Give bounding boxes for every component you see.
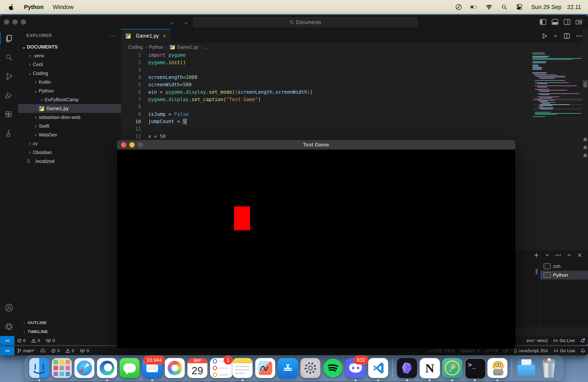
dock-item-downloads[interactable] bbox=[516, 358, 536, 378]
dock-item-launchpad[interactable] bbox=[52, 358, 72, 378]
dock-item-notion[interactable]: N bbox=[420, 358, 440, 378]
status-item-belldot[interactable] bbox=[578, 336, 588, 345]
menu-clock[interactable]: Sun 29 Sep 22.11 bbox=[531, 4, 581, 10]
dock-item-freeform[interactable] bbox=[255, 358, 275, 378]
status-item-0[interactable]: 0 bbox=[63, 346, 77, 355]
run-python-file-icon[interactable] bbox=[541, 33, 547, 39]
dock-item-emulator[interactable] bbox=[487, 358, 507, 378]
code-line-9[interactable]: 9isJump = False bbox=[121, 111, 532, 118]
code-line-12[interactable]: 12x = 50 bbox=[121, 133, 532, 140]
code-line-4[interactable]: 4screenLength=1000 bbox=[121, 74, 532, 81]
dock-item-terminal[interactable]: >_ bbox=[465, 358, 485, 378]
toggle-panel-icon[interactable] bbox=[552, 19, 558, 25]
window-traffic-lights[interactable] bbox=[0, 19, 26, 25]
dock-item-forkgram[interactable] bbox=[442, 358, 462, 378]
toggle-secondary-sidebar-icon[interactable] bbox=[564, 19, 570, 25]
dock-item-calendar[interactable]: SEP29 bbox=[188, 358, 207, 378]
sidebar-item-run-debug[interactable] bbox=[0, 86, 18, 105]
code-line-3[interactable]: 3 bbox=[121, 66, 532, 74]
code-line-1[interactable]: 1import pygame bbox=[121, 51, 532, 59]
explorer-actions-icon[interactable]: ··· bbox=[109, 32, 116, 39]
status-item-0[interactable]: 0 bbox=[28, 336, 43, 345]
tree-item-coding[interactable]: ⌄Coding bbox=[18, 69, 121, 78]
code-line-7[interactable]: 7pygame.display.set_caption("Test Game") bbox=[121, 96, 532, 103]
control-center-icon[interactable] bbox=[516, 4, 523, 10]
status-item-env-venv-[interactable]: env': venv) bbox=[524, 336, 550, 345]
breadcrumb-item[interactable]: Game1.py bbox=[177, 45, 198, 50]
breadcrumb-item[interactable]: Python bbox=[149, 45, 163, 50]
minimap[interactable] bbox=[532, 52, 582, 117]
dock-item-photos[interactable] bbox=[165, 358, 185, 378]
terminal-tab-zsh[interactable]: >_zsh bbox=[541, 262, 588, 271]
tree-item-certi[interactable]: ›Certi bbox=[18, 60, 121, 69]
dock-item-settings[interactable] bbox=[300, 358, 320, 378]
status-item-main-[interactable]: main* bbox=[14, 346, 37, 355]
tree-item-sebastian-dion-web[interactable]: ›sebastian-dion-web bbox=[18, 113, 121, 122]
tree-item-python[interactable]: ⌄Python bbox=[18, 87, 121, 95]
dock-item-app-store[interactable] bbox=[278, 358, 298, 378]
close-panel-icon[interactable] bbox=[577, 253, 582, 258]
tree-item--localized[interactable]: ☰.localized bbox=[18, 157, 121, 166]
dock-item-spotify[interactable] bbox=[323, 358, 343, 378]
dock-item-vscode[interactable] bbox=[368, 358, 388, 378]
tree-item--venv[interactable]: ›.venv bbox=[18, 51, 121, 60]
code-line-8[interactable]: 8 bbox=[121, 103, 532, 111]
terminal-list-scrollbar[interactable] bbox=[536, 269, 538, 274]
status-item-0[interactable]: 0 bbox=[48, 346, 63, 355]
settings-button[interactable] bbox=[0, 317, 18, 336]
launch-profile-icon[interactable] bbox=[545, 254, 549, 257]
tree-item-expybootcamp[interactable]: ›ExPyBootCamp bbox=[18, 95, 121, 104]
zoom-window-button[interactable] bbox=[21, 19, 26, 25]
minimize-window-button[interactable] bbox=[12, 19, 18, 25]
sidebar-item-source-control[interactable] bbox=[0, 67, 18, 86]
more-actions-icon[interactable] bbox=[576, 35, 582, 37]
rocket-circle-icon[interactable] bbox=[455, 4, 462, 10]
nav-forward-icon[interactable]: → bbox=[182, 18, 189, 26]
status-item-0[interactable]: 0 bbox=[43, 336, 58, 345]
spotlight-icon[interactable] bbox=[501, 4, 508, 10]
new-terminal-icon[interactable] bbox=[534, 252, 539, 258]
dock-item-edge[interactable] bbox=[97, 358, 117, 378]
status-item-go-live[interactable]: Go Live bbox=[551, 346, 578, 355]
status-item-go-live[interactable]: Go Live bbox=[550, 336, 578, 345]
tab-game1py[interactable]: Game1.py × bbox=[121, 29, 171, 43]
run-dropdown-icon[interactable] bbox=[554, 35, 558, 37]
tree-item-cv[interactable]: ›cv bbox=[18, 139, 121, 148]
tree-item-swift[interactable]: ›Swift bbox=[18, 122, 121, 131]
terminal-tab-python[interactable]: >_Python bbox=[541, 271, 588, 280]
outline-section[interactable]: ›OUTLINE bbox=[18, 318, 121, 327]
code-line-5[interactable]: 5screenWidth=500 bbox=[121, 81, 532, 88]
sidebar-item-explorer[interactable] bbox=[0, 29, 18, 48]
customize-layout-icon[interactable] bbox=[576, 19, 582, 25]
status-item-bell[interactable] bbox=[578, 346, 588, 355]
battery-icon[interactable] bbox=[470, 4, 477, 10]
command-center-search[interactable]: Documents bbox=[193, 17, 417, 27]
toggle-primary-sidebar-icon[interactable] bbox=[540, 19, 546, 25]
menu-app-name[interactable]: Python bbox=[24, 4, 43, 10]
close-window-button[interactable] bbox=[4, 19, 9, 25]
dock-item-notes[interactable] bbox=[232, 358, 252, 378]
dock-item-safari[interactable] bbox=[74, 358, 94, 378]
dock-item-finder[interactable] bbox=[29, 358, 49, 378]
maximize-panel-icon[interactable] bbox=[567, 254, 571, 257]
pygame-titlebar[interactable]: Test Game bbox=[117, 140, 515, 150]
dock-item-mail[interactable]: 10.944 bbox=[142, 358, 162, 378]
tree-item-kotlin[interactable]: ›Kotlin bbox=[18, 78, 121, 87]
status-item-cloud[interactable] bbox=[37, 346, 48, 355]
tree-item-obsidian[interactable]: ›Obsidian bbox=[18, 148, 121, 157]
breadcrumb-item[interactable]: Coding bbox=[128, 45, 143, 50]
status-item--javascript-jsx[interactable]: {} JavaScript JSX bbox=[511, 346, 551, 355]
status-item-0[interactable]: 0 bbox=[14, 336, 28, 345]
sidebar-item-testing[interactable] bbox=[0, 124, 18, 143]
status-item-remote[interactable]: >< bbox=[0, 346, 14, 355]
tree-item-game1-py[interactable]: Game1.py bbox=[18, 104, 121, 113]
close-tab-icon[interactable]: × bbox=[163, 33, 166, 39]
dock-item-trash[interactable] bbox=[539, 358, 559, 378]
sidebar-item-extensions[interactable] bbox=[0, 105, 18, 124]
menu-item-window[interactable]: Window bbox=[53, 4, 73, 10]
code-line-2[interactable]: 2pygame.init() bbox=[121, 59, 532, 66]
vscode-titlebar[interactable]: ← → Documents bbox=[0, 15, 588, 29]
sidebar-item-search[interactable] bbox=[0, 48, 18, 67]
nav-back-icon[interactable]: ← bbox=[169, 18, 175, 26]
accounts-button[interactable] bbox=[0, 298, 18, 317]
